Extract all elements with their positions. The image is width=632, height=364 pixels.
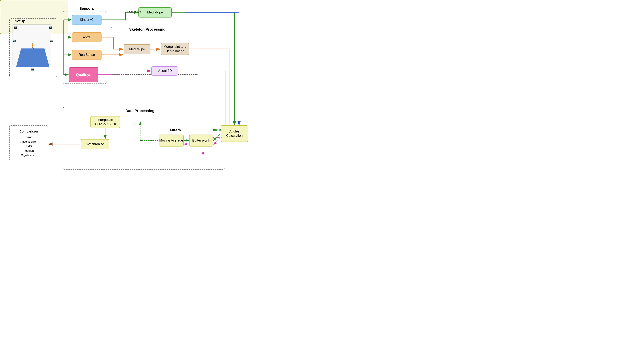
diagram-container: Sensors Sketelon Processing SetUp Data P… (0, 0, 316, 182)
comparison-rms: RMS (26, 144, 32, 148)
comparison-error: Error (26, 135, 32, 139)
butterworth-box: Butter worth (189, 134, 213, 146)
qualisys-box: Qualisys (69, 67, 98, 82)
realsense-box: RealSense (72, 50, 102, 60)
camera-tr: 📷 (49, 26, 52, 29)
rgbd-label: RGB-D (213, 129, 221, 132)
camera-bottom: 📷 (31, 68, 34, 70)
comparison-pearson: Pearson (24, 149, 34, 152)
astra-box: Astra (72, 32, 102, 42)
qualisys-arrow-label: Qualisys (212, 136, 222, 139)
comparison-absolut-error: Absolut Error (21, 140, 37, 144)
merge-box: Merge joint and Depth image (161, 43, 189, 55)
camera-ml: 📷 (13, 39, 16, 42)
comparison-title: Comparison (19, 130, 38, 134)
sensors-label: Sensors (79, 6, 94, 11)
setup-diagram: 🚶 📷 📷 📷 📷 📷 (10, 20, 55, 76)
angles-box: Angles Calculation (221, 125, 248, 142)
kinect-box: Kinect v2 (72, 15, 102, 25)
comparison-significance: Significance (21, 153, 36, 157)
comparison-box: Comparison Error Absolut Error RMS Pears… (9, 125, 48, 161)
camera-mr: 📷 (50, 39, 53, 42)
rgb-image-label: RGB Image (127, 10, 141, 13)
synchronize-box: Synchronize (81, 139, 109, 149)
moving-average-box: Moving Average (159, 134, 184, 146)
person-icon: 🚶 (30, 43, 36, 50)
camera-tl: 📷 (14, 26, 17, 29)
interpolate-box: Interpolate 30HZ -> 180Hz (90, 116, 120, 128)
mediapipe-mid-box: MediaPipe (124, 44, 150, 54)
visual3d-box: Visual 3D (151, 66, 178, 76)
mediapipe-top-box: MediaPipe (138, 7, 172, 18)
